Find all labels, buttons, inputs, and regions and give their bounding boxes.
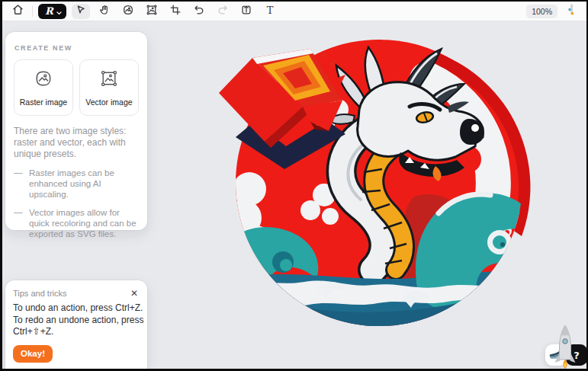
question-mark-icon: ? bbox=[574, 350, 580, 361]
export-image-tool[interactable] bbox=[237, 4, 255, 19]
vector-image-card[interactable]: Vector image bbox=[79, 59, 139, 116]
pan-tool[interactable] bbox=[95, 4, 114, 19]
app-window: R bbox=[0, 0, 588, 371]
raster-image-tool[interactable] bbox=[119, 4, 137, 19]
tips-body: To undo an action, press Ctrl+Z. To redo… bbox=[13, 302, 144, 338]
redo-button[interactable] bbox=[214, 4, 232, 19]
close-icon[interactable]: ✕ bbox=[129, 289, 140, 298]
toolbar-right: 100% bbox=[526, 4, 580, 19]
image-export-icon bbox=[240, 4, 252, 19]
undo-button[interactable] bbox=[190, 4, 208, 19]
okay-button[interactable]: Okay! bbox=[13, 345, 53, 363]
hand-icon bbox=[98, 4, 111, 19]
slider-control-button[interactable] bbox=[562, 4, 580, 19]
zoom-level-chip[interactable]: 100% bbox=[526, 5, 557, 18]
chevron-down-icon bbox=[56, 5, 62, 18]
toolbar-divider bbox=[32, 5, 33, 17]
tips-title: Tips and tricks bbox=[13, 289, 67, 298]
home-button[interactable] bbox=[8, 4, 27, 19]
svg-text:T: T bbox=[266, 4, 273, 15]
bullet-dash: — bbox=[14, 207, 29, 239]
recraft-logo: R bbox=[45, 6, 53, 16]
text-tool-icon: T bbox=[264, 4, 276, 19]
undo-icon bbox=[193, 4, 205, 19]
bullet-dash: — bbox=[14, 168, 29, 200]
select-tool[interactable] bbox=[72, 4, 90, 19]
raster-image-icon bbox=[122, 4, 134, 19]
tips-panel: Tips and tricks ✕ To undo an action, pre… bbox=[5, 280, 147, 371]
home-icon bbox=[11, 3, 24, 19]
create-new-header: CREATE NEW bbox=[14, 44, 139, 52]
raster-image-card[interactable]: Raster image bbox=[14, 59, 73, 116]
canvas-artwork-dragon[interactable] bbox=[210, 37, 542, 332]
bullet-text: Raster images can be enhanced using AI u… bbox=[29, 168, 142, 200]
vector-card-label: Vector image bbox=[85, 98, 132, 107]
frame-tool[interactable] bbox=[166, 4, 185, 19]
stack-button[interactable] bbox=[545, 344, 567, 366]
bullet-text: Vector images allow for quick recoloring… bbox=[29, 207, 142, 239]
stack-icon bbox=[548, 346, 564, 364]
cursor-icon bbox=[75, 4, 87, 19]
help-button[interactable]: ? bbox=[566, 344, 587, 366]
raster-card-icon bbox=[34, 69, 53, 91]
crop-icon bbox=[169, 4, 182, 19]
redo-icon bbox=[217, 4, 229, 19]
text-tool[interactable]: T bbox=[261, 4, 279, 19]
create-new-panel: CREATE NEW Raster image Vector image The… bbox=[5, 32, 147, 230]
vector-image-icon bbox=[146, 4, 158, 19]
bullet-raster: — Raster images can be enhanced using AI… bbox=[14, 168, 142, 200]
bullet-vector: — Vector images allow for quick recolori… bbox=[14, 207, 142, 239]
style-description: There are two image styles: raster and v… bbox=[14, 126, 139, 160]
slider-control-icon bbox=[565, 3, 578, 19]
toolbar: R bbox=[2, 2, 586, 21]
vector-image-tool[interactable] bbox=[143, 4, 161, 19]
recraft-logo-button[interactable]: R bbox=[38, 4, 66, 19]
raster-card-label: Raster image bbox=[20, 98, 67, 107]
vector-card-icon bbox=[99, 69, 119, 91]
